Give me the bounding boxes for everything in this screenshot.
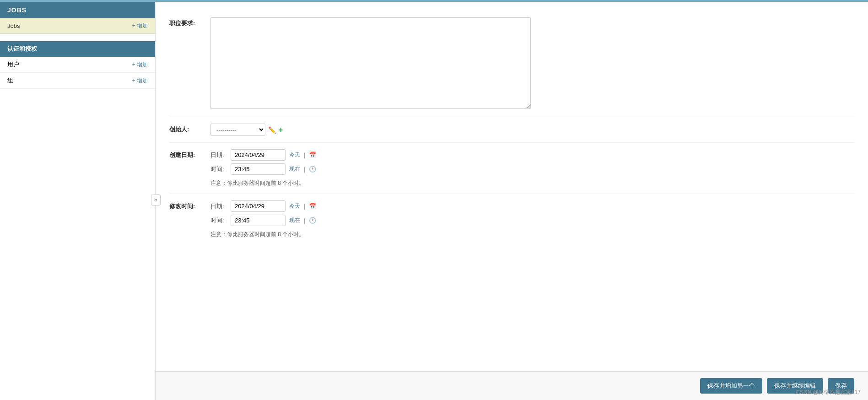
now-link-2[interactable]: 现在	[289, 216, 300, 224]
jobs-header: JOBS	[0, 2, 155, 18]
clock-icon-2[interactable]: 🕐	[309, 217, 316, 224]
collapse-sidebar-button[interactable]: «	[151, 195, 161, 205]
users-add-btn[interactable]: + 增加	[132, 61, 148, 69]
modified-date-label: 修改时间:	[169, 200, 210, 211]
groups-label: 组	[7, 76, 13, 85]
groups-add-btn[interactable]: + 增加	[132, 77, 148, 85]
save-add-another-button[interactable]: 保存并增加另一个	[700, 378, 762, 394]
created-date-row: 创建日期: 日期: 今天 | 📅 时间: 现在 | 🕐	[169, 143, 854, 194]
sidebar-item-users[interactable]: 用户 + 增加	[0, 57, 155, 73]
jobs-label: Jobs	[7, 22, 20, 29]
job-req-textarea[interactable]	[210, 17, 531, 109]
sidebar-item-groups[interactable]: 组 + 增加	[0, 73, 155, 89]
calendar-icon-1[interactable]: 📅	[309, 151, 316, 158]
modified-time-input[interactable]	[231, 215, 286, 226]
creator-row: 创始人: ---------- ✏️ +	[169, 117, 854, 143]
job-requirements-row: 职位要求:	[169, 11, 854, 117]
auth-header: 认证和授权	[0, 41, 155, 57]
now-link-1[interactable]: 现在	[289, 165, 300, 173]
today-link-2[interactable]: 今天	[289, 202, 300, 210]
sidebar-item-jobs[interactable]: Jobs + 增加	[0, 18, 155, 33]
form-footer: 保存并增加另一个 保存并继续编辑 保存	[156, 371, 868, 400]
creator-select[interactable]: ----------	[210, 124, 265, 136]
created-date-label: 创建日期:	[169, 149, 210, 159]
creator-label: 创始人:	[169, 124, 210, 134]
created-time-input[interactable]	[231, 163, 286, 175]
date-note-2: 注意：你比服务器时间超前 8 个小时。	[210, 231, 854, 238]
job-req-label: 职位要求:	[169, 17, 210, 27]
users-label: 用户	[7, 60, 19, 69]
clock-icon-1[interactable]: 🕐	[309, 166, 316, 173]
edit-creator-icon[interactable]: ✏️	[268, 126, 276, 134]
date-label-1: 日期:	[210, 151, 227, 159]
jobs-add-btn[interactable]: + 增加	[132, 22, 148, 30]
modified-date-input[interactable]	[231, 200, 286, 212]
created-date-input[interactable]	[231, 149, 286, 161]
modified-date-row: 修改时间: 日期: 今天 | 📅 时间: 现在 | 🕐	[169, 194, 854, 245]
attribution: CSDN @海绵不是宝宝817	[796, 389, 861, 396]
calendar-icon-2[interactable]: 📅	[309, 203, 316, 210]
add-creator-icon[interactable]: +	[279, 126, 283, 134]
date-note-1: 注意：你比服务器时间超前 8 个小时。	[210, 179, 854, 187]
today-link-1[interactable]: 今天	[289, 151, 300, 159]
time-label-2: 时间:	[210, 216, 227, 225]
time-label-1: 时间:	[210, 165, 227, 173]
date-label-2: 日期:	[210, 202, 227, 211]
